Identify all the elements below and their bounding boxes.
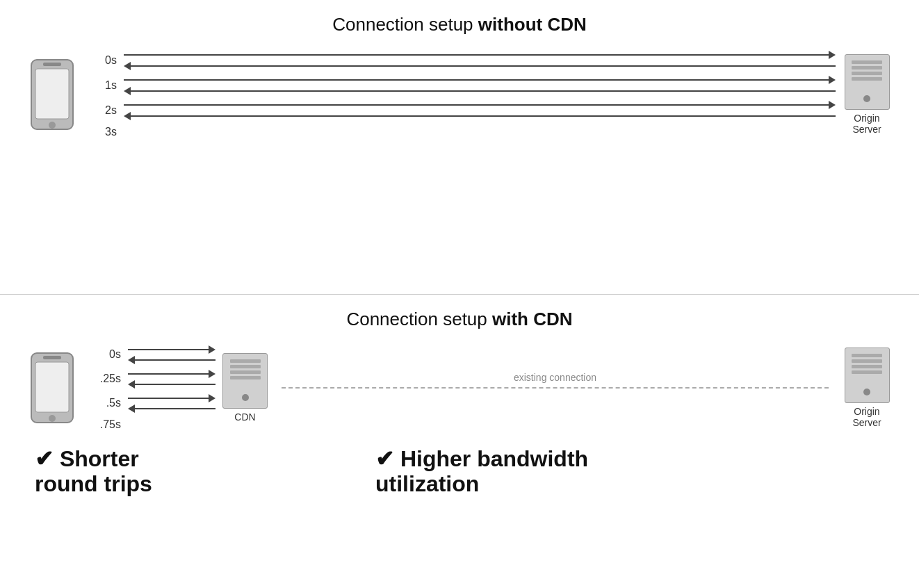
svg-point-7 — [49, 415, 56, 422]
svg-rect-2 — [43, 63, 61, 66]
top-server-label: OriginServer — [852, 113, 881, 135]
arrow-fwd-1 — [124, 76, 836, 84]
time-row-3s: 3s — [90, 126, 836, 138]
cdn-label: CDN — [234, 411, 255, 423]
benefit-shorter-trips: ✔ Shorter round trips — [28, 446, 320, 498]
bottom-title: Connection setup with CDN — [346, 309, 572, 330]
time-row-0s: 0s — [90, 51, 836, 70]
existing-connection-label: existing connection — [514, 372, 596, 383]
top-title: Connection setup without CDN — [332, 14, 587, 35]
phone-icon — [28, 56, 76, 133]
time-label-3s: 3s — [90, 126, 117, 138]
cdn-time-label-0s: 0s — [90, 348, 121, 361]
cdn-time-row-0s: 0s — [90, 345, 215, 364]
cdn-arrow-fwd-5 — [128, 394, 215, 402]
time-label-2s: 2s — [90, 104, 117, 117]
svg-rect-6 — [43, 356, 61, 359]
cdn-arrow-fwd-25 — [128, 370, 215, 378]
time-row-2s: 2s — [90, 101, 836, 120]
cdn-time-row-25s: .25s — [90, 370, 215, 389]
cdn-phone-icon — [28, 350, 76, 426]
cdn-arrow-fwd-0 — [128, 345, 215, 354]
origin-server-label: OriginServer — [852, 406, 881, 428]
dotted-line — [282, 387, 829, 389]
section-with-cdn: Connection setup with CDN 0s — [0, 295, 919, 589]
cdn-diagram-row: 0s .25s — [0, 343, 919, 434]
cdn-server-box — [222, 353, 268, 409]
cdn-server-block: CDN — [222, 353, 268, 423]
arrow-ret-2 — [124, 112, 836, 120]
top-server-dot — [863, 95, 870, 102]
cdn-server-dot — [242, 394, 249, 401]
cdn-time-label-25s: .25s — [90, 373, 121, 385]
cdn-middle-section: existing connection — [268, 387, 843, 389]
bottom-title-bold: with CDN — [492, 309, 573, 329]
time-label-0s: 0s — [90, 54, 117, 67]
top-title-normal: Connection setup — [332, 14, 478, 35]
cdn-time-row-75s: .75s — [90, 418, 215, 431]
section-without-cdn: Connection setup without CDN 0s — [0, 0, 919, 295]
benefit-bandwidth: ✔ Higher bandwidth utilization — [320, 446, 891, 498]
top-server-box — [845, 54, 890, 110]
arrow-fwd-2 — [124, 101, 836, 109]
arrow-ret-1 — [124, 87, 836, 95]
cdn-arrow-ret-5 — [128, 405, 215, 413]
origin-server-box — [845, 348, 890, 403]
svg-point-3 — [49, 122, 56, 129]
cdn-time-row-5s: .5s — [90, 394, 215, 413]
top-title-bold: without CDN — [478, 14, 587, 35]
top-diagram-row: 0s 1s — [0, 48, 919, 141]
benefit-bandwidth-text: ✔ Higher bandwidth utilization — [375, 446, 891, 498]
cdn-time-label-5s: .5s — [90, 397, 121, 409]
top-arrows-area: 0s 1s — [83, 48, 843, 141]
origin-server-icon: OriginServer — [843, 348, 891, 428]
arrow-ret-0 — [124, 62, 836, 70]
origin-server-dot — [863, 389, 870, 395]
cdn-arrow-ret-0 — [128, 356, 215, 364]
benefit-shorter-check: ✔ Shorter — [35, 446, 139, 471]
benefits-row: ✔ Shorter round trips ✔ Higher bandwidth… — [0, 439, 919, 498]
top-server-lines — [852, 60, 882, 81]
cdn-arrow-ret-25 — [128, 380, 215, 389]
svg-rect-5 — [35, 362, 69, 412]
svg-rect-1 — [35, 69, 69, 119]
benefit-shorter-label: round trips — [35, 471, 152, 496]
time-row-1s: 1s — [90, 76, 836, 95]
cdn-time-label-75s: .75s — [90, 418, 121, 431]
cdn-short-arrows: 0s .25s — [83, 343, 222, 434]
arrow-fwd-0 — [124, 51, 836, 59]
benefit-bandwidth-label: utilization — [375, 471, 479, 496]
bottom-title-normal: Connection setup — [346, 309, 492, 329]
origin-server-lines — [852, 354, 882, 374]
time-label-1s: 1s — [90, 79, 117, 92]
cdn-server-lines — [230, 359, 261, 379]
top-server-icon: OriginServer — [843, 54, 891, 135]
benefit-bandwidth-check: ✔ Higher bandwidth — [375, 446, 588, 471]
benefit-shorter-text: ✔ Shorter round trips — [35, 446, 320, 498]
